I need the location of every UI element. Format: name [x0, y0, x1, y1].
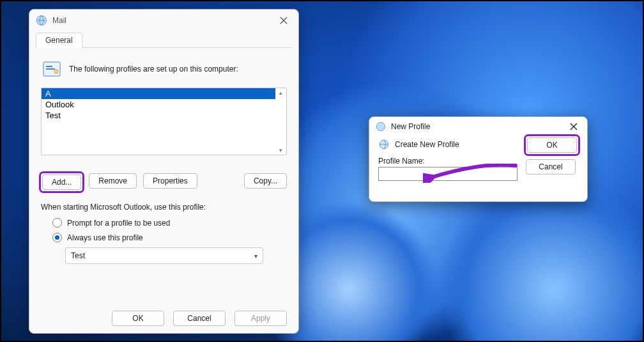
- add-button[interactable]: Add...: [42, 175, 81, 190]
- mail-dialog: Mail General The following profiles are …: [29, 9, 299, 334]
- close-icon[interactable]: [275, 12, 292, 29]
- svg-rect-3: [46, 68, 55, 70]
- ok-button[interactable]: OK: [112, 311, 164, 326]
- globe-icon: [378, 139, 390, 150]
- radio-always[interactable]: Always use this profile: [52, 233, 287, 242]
- mail-titlebar: Mail: [29, 10, 298, 31]
- highlight-ok: OK: [526, 136, 578, 154]
- radio-prompt-label: Prompt for a profile to be used: [67, 219, 170, 228]
- create-profile-label: Create New Profile: [395, 140, 459, 149]
- tabstrip: General: [29, 31, 298, 48]
- close-icon[interactable]: [567, 123, 581, 130]
- new-profile-titlebar: New Profile: [369, 117, 587, 136]
- copy-button[interactable]: Copy...: [244, 173, 287, 189]
- svg-point-5: [376, 122, 385, 130]
- listbox-scrollbar[interactable]: ▴ ▾: [275, 88, 286, 155]
- svg-point-4: [54, 70, 58, 74]
- profile-select-value: Test: [71, 251, 85, 260]
- radio-icon: [52, 218, 62, 228]
- svg-rect-2: [46, 66, 52, 67]
- highlight-add: Add...: [41, 173, 82, 191]
- mail-window-icon: [36, 15, 47, 26]
- profile-name-input[interactable]: [378, 167, 518, 181]
- new-profile-dialog: New Profile Create New Profile Profile N…: [369, 116, 588, 202]
- new-profile-title: New Profile: [391, 122, 567, 131]
- radio-always-label: Always use this profile: [67, 233, 143, 242]
- chevron-down-icon: ▾: [254, 253, 257, 260]
- profile-list-item[interactable]: A: [42, 88, 275, 99]
- mail-footer: OK Cancel Apply: [29, 304, 298, 333]
- remove-button[interactable]: Remove: [89, 173, 137, 189]
- apply-button[interactable]: Apply: [234, 311, 287, 326]
- scroll-up-icon[interactable]: ▴: [279, 89, 282, 96]
- new-profile-ok-button[interactable]: OK: [527, 137, 577, 153]
- mail-title: Mail: [52, 16, 275, 25]
- new-profile-window-icon: [376, 121, 386, 132]
- profile-list-item[interactable]: Outlook: [42, 99, 275, 110]
- profiles-info-text: The following profiles are set up on thi…: [69, 65, 238, 74]
- radio-icon: [52, 233, 62, 242]
- start-profile-label: When starting Microsoft Outlook, use thi…: [41, 203, 287, 212]
- radio-prompt[interactable]: Prompt for a profile to be used: [52, 218, 287, 228]
- cancel-button[interactable]: Cancel: [173, 311, 226, 326]
- properties-button[interactable]: Properties: [143, 173, 197, 189]
- tab-general[interactable]: General: [36, 33, 82, 48]
- profile-list-item[interactable]: Test: [42, 110, 275, 121]
- profiles-icon: [41, 58, 63, 80]
- profile-select[interactable]: Test ▾: [65, 247, 263, 264]
- profiles-listbox[interactable]: AOutlookTest ▴ ▾: [41, 88, 287, 155]
- scroll-down-icon[interactable]: ▾: [279, 147, 282, 153]
- new-profile-cancel-button[interactable]: Cancel: [526, 159, 576, 175]
